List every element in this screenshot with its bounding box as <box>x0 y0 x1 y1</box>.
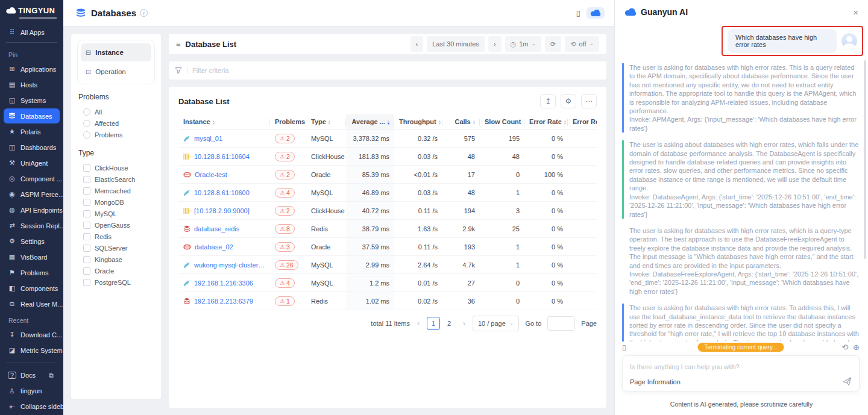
time-range-button[interactable]: Last 30 minutes <box>427 36 485 52</box>
dimension-tab-operation[interactable]: ⊡Operation <box>81 63 151 81</box>
type-option-sqlserver[interactable]: SQLServer <box>83 242 155 254</box>
instance-link[interactable]: wukong-mysql-cluster:3306 <box>194 261 265 269</box>
type-option-opengauss[interactable]: OpenGauss <box>83 219 155 231</box>
tablet-icon[interactable]: ▯ <box>622 343 626 352</box>
column-header-error-rate[interactable]: Error Rate▴▾ <box>524 114 568 129</box>
type-option-oracle[interactable]: Oracle <box>83 265 155 276</box>
chat-messages[interactable]: The user is asking for databases with hi… <box>622 63 860 342</box>
problems-option-affected[interactable]: Affected <box>83 117 155 129</box>
instance-link[interactable]: database_redis <box>194 225 239 232</box>
checkbox-icon[interactable] <box>83 245 90 252</box>
checkbox-icon[interactable] <box>83 233 90 240</box>
instance-link[interactable]: 10.128.8.61:10600 <box>194 189 250 196</box>
dimension-tab-instance[interactable]: ⊟Instance <box>81 43 151 61</box>
type-option-mongodb[interactable]: MongoDB <box>83 196 155 208</box>
sidebar-item-download-c[interactable]: ↧Download C... <box>4 327 60 342</box>
sidebar-item-real-user-m[interactable]: ⧉Real User M... <box>4 296 60 311</box>
problems-badge[interactable]: ⚠2 <box>275 134 295 143</box>
problems-badge[interactable]: ⚠8 <box>275 224 295 234</box>
instance-link[interactable]: [10.128.2.90:9000] <box>194 207 250 214</box>
sidebar-item-systems[interactable]: ◱Systems <box>4 93 60 108</box>
type-option-elasticsearch[interactable]: ElasticSearch <box>83 173 155 185</box>
sidebar-item-all-apps[interactable]: ⠿All Apps <box>4 28 60 37</box>
sidebar-item-applications[interactable]: ⊞Applications <box>4 61 60 76</box>
more-button[interactable]: ⋯ <box>581 94 597 108</box>
type-option-memcached[interactable]: Memcached <box>83 185 155 196</box>
type-option-kingbase[interactable]: Kingbase <box>83 254 155 265</box>
page-number-2[interactable]: 2 <box>442 317 456 330</box>
time-prev-button[interactable]: ‹ <box>410 36 424 52</box>
goto-page-input[interactable] <box>547 316 575 331</box>
checkbox-icon[interactable] <box>83 256 90 263</box>
sidebar-item-metric-system[interactable]: ◪Metric System <box>4 343 60 358</box>
problems-badge[interactable]: ⚠1 <box>275 296 295 306</box>
checkbox-icon[interactable] <box>83 222 90 229</box>
checkbox-icon[interactable] <box>83 199 90 206</box>
sidebar-item-dashboards[interactable]: ◫Dashboards <box>4 140 60 155</box>
filter-criteria-input[interactable] <box>192 67 600 74</box>
mobile-icon[interactable]: ▯ <box>576 8 580 17</box>
sidebar-item-settings[interactable]: ⚙Settings <box>4 234 60 249</box>
problems-option-all[interactable]: All <box>83 106 155 117</box>
checkbox-icon[interactable] <box>83 187 90 195</box>
time-next-button[interactable]: › <box>488 36 502 52</box>
sidebar-item-hosts[interactable]: ▤Hosts <box>4 77 60 92</box>
sidebar-item-aspm-perce[interactable]: ◉ASPM Perce... <box>4 187 60 202</box>
sidebar-item-component[interactable]: ◎Component ... <box>4 171 60 186</box>
type-option-clickhouse[interactable]: ClickHouse <box>83 162 155 173</box>
checkbox-icon[interactable] <box>83 176 90 183</box>
checkbox-icon[interactable] <box>83 267 90 275</box>
sidebar-item-uniagent[interactable]: ⚒UniAgent <box>4 155 60 170</box>
problems-badge[interactable]: ⚠2 <box>275 170 295 179</box>
close-icon[interactable]: × <box>853 7 858 17</box>
collapse-panel-icon[interactable]: ≡ <box>176 40 181 49</box>
chat-scrollbar[interactable] <box>864 60 866 259</box>
checkbox-icon[interactable] <box>83 210 90 217</box>
column-header-calls[interactable]: Calls▴▾ <box>442 114 480 129</box>
type-option-postgresql[interactable]: PostgreSQL <box>83 276 155 288</box>
checkbox-icon[interactable] <box>83 164 90 172</box>
sidebar-item-docs[interactable]: ?Docs⧉ <box>4 368 60 383</box>
radio-icon[interactable] <box>83 120 90 127</box>
export-button[interactable]: ↥ <box>540 94 556 108</box>
radio-icon[interactable] <box>83 131 90 139</box>
problems-badge[interactable]: ⚠3 <box>275 242 295 252</box>
instance-link[interactable]: 192.168.1.216:3306 <box>194 279 253 287</box>
sidebar-item-session-repl[interactable]: ⇄Session Repl... <box>4 218 60 233</box>
problems-badge[interactable]: ⚠2 <box>275 152 295 161</box>
column-header-throughput[interactable]: Throughput▴▾ <box>394 114 442 129</box>
problems-badge[interactable]: ⚠2 <box>275 206 295 216</box>
problems-badge[interactable]: ⚠4 <box>275 278 295 288</box>
page-information-action[interactable]: Page Information <box>630 378 681 385</box>
sidebar-item-databases[interactable]: Databases <box>4 108 60 123</box>
sidebar-item-visboard[interactable]: ▦VisBoard <box>4 249 60 264</box>
sidebar-item-components[interactable]: ◧Components <box>4 281 60 296</box>
send-icon[interactable] <box>843 377 852 386</box>
column-header-type[interactable]: Type▴▾ <box>306 114 346 129</box>
type-option-redis[interactable]: Redis <box>83 231 155 242</box>
column-header-slow-count[interactable]: Slow Count▴▾ <box>480 114 524 129</box>
problems-option-problems[interactable]: Problems <box>83 129 155 140</box>
ai-assistant-toggle[interactable] <box>587 7 605 19</box>
status-pill[interactable]: Terminating current query... <box>698 343 784 352</box>
problems-badge[interactable]: ⚠4 <box>275 188 295 198</box>
sidebar-item-problems[interactable]: ⚑Problems <box>4 265 60 280</box>
page-number-1[interactable]: 1 <box>427 317 440 330</box>
sidebar-item-collapse-sidebar[interactable]: ⇤Collapse sidebar <box>4 399 60 414</box>
instance-link[interactable]: Oracle-test <box>195 171 227 178</box>
instance-link[interactable]: database_02 <box>195 243 233 251</box>
type-option-mysql[interactable]: MySQL <box>83 208 155 219</box>
refresh-button[interactable]: ⟳ <box>545 36 561 52</box>
radio-icon[interactable] <box>83 108 90 116</box>
instance-link[interactable]: 192.168.2.213:6379 <box>194 298 253 305</box>
checkbox-icon[interactable] <box>83 279 90 286</box>
sidebar-item-api-endpoints[interactable]: ◍API Endpoints <box>4 202 60 217</box>
chat-input[interactable] <box>630 363 852 370</box>
column-settings-button[interactable]: ⚙ <box>561 94 576 108</box>
column-header-average[interactable]: Average ...▴▾ <box>346 114 394 129</box>
history-icon[interactable]: ⟲ <box>841 343 848 352</box>
new-chat-icon[interactable]: ⊕ <box>853 343 860 352</box>
page-next-button[interactable]: › <box>462 319 467 328</box>
auto-refresh-select[interactable]: ⟲ off ⌄ <box>565 36 599 52</box>
info-icon[interactable]: i <box>140 9 148 17</box>
